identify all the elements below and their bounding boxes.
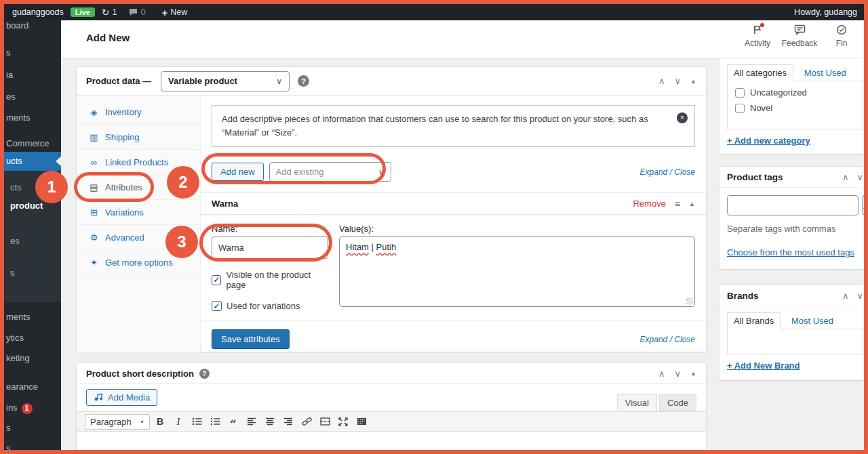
add-tag-button[interactable]: Add [863,195,864,215]
sidebar-item-users[interactable]: s [4,421,61,435]
expand-link[interactable]: Expand [640,167,668,177]
blockquote-icon[interactable]: “ [225,413,241,430]
align-right-icon[interactable] [280,413,296,430]
dismiss-notice-icon[interactable]: × [677,112,688,123]
sidebar-item-dashboard[interactable]: board [4,20,61,33]
move-up-icon[interactable]: ∧ [842,291,849,301]
tab-inventory[interactable]: ◈ Inventory [77,100,200,125]
sidebar-item-comments[interactable]: ments [4,111,61,125]
attribute-name-input[interactable] [212,236,328,259]
help-icon[interactable]: ? [298,75,309,87]
sidebar-item-plugins[interactable]: ins1 [4,401,61,415]
sidebar-item-analytics[interactable]: ytics [4,331,61,345]
move-down-icon[interactable]: ∨ [675,369,682,379]
attribute-values-textarea[interactable]: Hitam | Putih [339,236,695,307]
variations-checkbox-row[interactable]: ✓ Used for variations [212,301,328,311]
add-new-category-link[interactable]: + Add new category [727,136,810,146]
code-tab[interactable]: Code [659,394,696,411]
choose-most-used-tags-link[interactable]: Choose from the most used tags [727,247,854,257]
bulleted-list-icon[interactable] [189,413,205,430]
align-left-icon[interactable] [243,413,260,430]
toggle-panel-icon[interactable]: ▲ [690,78,696,85]
sidebar-item-pages[interactable]: es [4,90,61,104]
move-down-icon[interactable]: ∨ [675,76,682,86]
product-type-select[interactable]: Variable product ∨ [161,71,290,91]
attribute-header[interactable]: Warna Remove ≡ ▲ [201,192,706,215]
novel-checkbox[interactable] [735,104,745,113]
textarea-resize-handle[interactable] [686,298,693,305]
move-up-icon[interactable]: ∧ [842,172,849,182]
bold-icon[interactable]: B [152,413,168,430]
move-up-icon[interactable]: ∧ [658,369,665,379]
add-new-attribute-button[interactable]: Add new [212,163,264,181]
sidebar-item-add-product[interactable]: product [4,199,61,213]
tab-get-more-options[interactable]: ✦ Get more options [77,250,200,275]
read-more-icon[interactable] [317,413,333,430]
comments-menu[interactable]: 0 [129,7,145,17]
tab-all-brands[interactable]: All Brands [727,312,781,329]
tab-linked-products[interactable]: ∞ Linked Products [77,150,200,175]
toggle-panel-icon[interactable]: ▲ [690,370,696,377]
editor-content-area[interactable] [77,432,706,450]
toolbar-toggle-icon[interactable] [353,413,370,430]
uncategorized-checkbox[interactable] [735,88,745,98]
variations-checkbox[interactable]: ✓ [212,301,222,311]
collapse-attribute-icon[interactable]: ▲ [689,201,695,207]
link-icon: ∞ [89,157,99,167]
sidebar-item-categories[interactable]: es [4,234,61,248]
sidebar-item-posts[interactable]: s [4,46,61,60]
sidebar-item-appearance[interactable]: earance [4,380,61,394]
site-name[interactable]: gudanggoods [12,7,64,17]
move-down-icon[interactable]: ∨ [856,172,863,182]
finish-setup-button[interactable]: Fin [821,24,863,48]
visible-checkbox-row[interactable]: ✓ Visible on the product page [212,270,328,290]
howdy-menu[interactable]: Howdy, gudangg [794,7,864,17]
sidebar-item-marketing[interactable]: keting [4,352,61,365]
add-media-button[interactable]: Add Media [86,389,157,406]
numbered-list-icon[interactable] [207,413,223,430]
sidebar-item-tags[interactable]: s [4,266,61,280]
close-link[interactable]: Close [674,167,695,177]
tab-most-used-brands[interactable]: Most Used [791,316,833,326]
close-link[interactable]: Close [674,335,695,344]
italic-icon[interactable]: I [170,413,186,430]
tab-shipping[interactable]: ▥ Shipping [77,125,200,150]
add-existing-select[interactable]: Add existing ∨ [269,162,391,182]
sidebar-item-products[interactable]: ucts [4,152,61,171]
remove-attribute-link[interactable]: Remove [633,199,665,209]
sidebar-item-all-products[interactable]: cts [4,181,61,194]
move-down-icon[interactable]: ∨ [856,291,863,301]
updates-menu[interactable]: ↻ 1 [102,7,117,17]
visual-tab[interactable]: Visual [617,394,657,411]
sidebar-item-payments[interactable]: ments [4,310,61,324]
expand-link[interactable]: Expand [640,335,668,344]
visible-checkbox[interactable]: ✓ [212,275,221,285]
tab-most-used-categories[interactable]: Most Used [804,68,846,78]
tab-all-categories[interactable]: All categories [727,64,793,81]
tab-variations[interactable]: ⊞ Variations [77,200,200,225]
save-attributes-button[interactable]: Save attributes [212,329,290,349]
sidebar-item-tools[interactable]: s [4,442,61,450]
activity-button[interactable]: Activity [736,24,778,48]
category-row-novel[interactable]: Novel [735,103,855,113]
link-icon[interactable] [298,413,315,430]
sidebar-item-woocommerce[interactable]: Commerce [4,137,61,150]
move-up-icon[interactable]: ∧ [658,76,665,86]
tab-advanced[interactable]: ⚙ Advanced [77,225,200,250]
fullscreen-icon[interactable] [335,413,351,430]
brands-title: Brands [727,291,759,301]
paragraph-select[interactable]: Paragraph ▼ [85,414,150,430]
product-tags-input[interactable] [727,195,859,215]
sidebar-item-media[interactable]: ia [4,68,61,82]
feedback-button[interactable]: Feedback [778,24,821,48]
tab-attributes[interactable]: ▤ Attributes [77,175,200,200]
live-badge[interactable]: Live [71,7,95,17]
admin-sidebar: board s ia es ments Commerce ucts cts pr… [4,20,61,450]
values-label: Value(s): [339,224,695,234]
add-new-brand-link[interactable]: + Add New Brand [727,360,800,371]
drag-handle-icon[interactable]: ≡ [675,199,680,209]
new-menu[interactable]: + New [161,7,187,18]
align-center-icon[interactable] [262,413,278,430]
category-row-uncategorized[interactable]: Uncategorized [735,87,855,98]
help-icon[interactable]: ? [199,369,210,379]
